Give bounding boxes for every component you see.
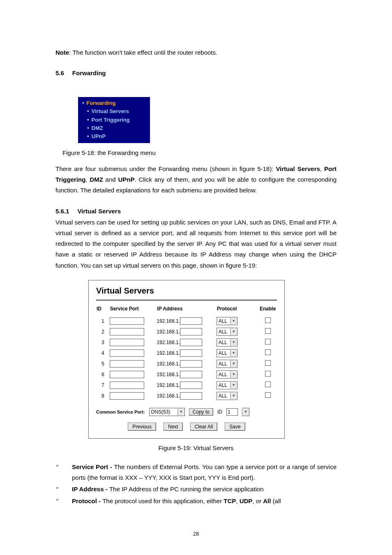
ip-input[interactable] [180,349,202,357]
enable-checkbox[interactable] [265,349,271,355]
service-port-input[interactable] [110,339,144,346]
ip-input[interactable] [180,360,202,368]
figure-5-19-caption: Figure 5-19: Virtual Servers [55,444,337,451]
table-row: 4192.168.1.ALL▼ [96,348,277,358]
protocol-select[interactable]: ALL▼ [217,317,238,325]
service-port-input[interactable] [110,317,144,325]
save-button[interactable]: Save [225,423,245,431]
bullet-icon: • [87,132,92,141]
chevron-down-icon: ▼ [230,361,237,367]
ip-prefix: 192.168.1. [157,350,180,356]
service-port-input[interactable] [110,371,144,378]
nav-label: Virtual Servers [92,107,129,116]
ip-input[interactable] [180,328,202,335]
chevron-down-icon: ▼ [178,409,184,415]
protocol-select[interactable]: ALL▼ [217,392,238,400]
chevron-down-icon: ▼ [230,371,237,378]
enable-checkbox[interactable] [265,328,271,334]
ip-input[interactable] [180,339,202,346]
ip-prefix: 192.168.1. [157,340,180,345]
nav-label: Forwarding [87,99,116,107]
protocol-select[interactable]: ALL▼ [217,360,238,368]
row-id: 2 [96,326,110,337]
bullet-ip-address: IP Address - The IP Address of the PC ru… [55,484,337,495]
header-id: ID [96,305,110,316]
header-service-port: Service Port [110,305,157,316]
ip-input[interactable] [180,317,202,325]
enable-checkbox[interactable] [265,382,271,387]
ip-prefix: 192.168.1. [157,393,180,399]
enable-checkbox[interactable] [265,317,271,323]
section-number: 5.6 [55,69,64,76]
virtual-servers-title: Virtual Servers [96,286,277,301]
nav-label: DMZ [92,124,103,132]
bullet-icon: • [87,124,92,132]
protocol-select[interactable]: ALL▼ [217,328,238,336]
nav-label: UPnP [92,132,106,141]
service-port-input[interactable] [110,392,144,400]
bullet-protocol: Protocol - The protocol used for this ap… [55,496,337,506]
header-ip-address: IP Address [157,305,216,316]
section-title: Forwarding [72,69,106,76]
nav-label: Port Triggering [92,116,130,124]
bullet-icon: • [87,107,92,116]
copy-to-button[interactable]: Copy to [189,408,213,416]
row-id: 4 [96,348,110,358]
chevron-down-icon: ▼ [230,393,237,399]
note-label: Note [55,49,69,56]
ip-input[interactable] [180,382,202,389]
forwarding-menu-figure: • Forwarding • Virtual Servers • Port Tr… [78,97,150,143]
protocol-select[interactable]: ALL▼ [217,370,238,379]
enable-checkbox[interactable] [265,392,271,398]
ip-prefix: 192.168.1. [157,361,180,367]
previous-button[interactable]: Previous [128,423,156,431]
clear-all-button[interactable]: Clear All [190,423,218,431]
service-port-input[interactable] [110,349,144,357]
virtual-servers-intro-paragraph: Virtual servers can be used for setting … [55,217,337,271]
chevron-down-icon: ▼ [242,409,249,415]
bullet-icon: • [82,99,87,107]
service-port-input[interactable] [110,328,144,335]
enable-checkbox[interactable] [265,339,271,345]
ip-input[interactable] [180,371,202,378]
table-row: 7192.168.1.ALL▼ [96,380,277,391]
row-id: 6 [96,369,110,380]
figure-5-18-caption: Figure 5-18: the Forwarding menu [62,149,337,156]
chevron-down-icon: ▼ [230,350,237,356]
note-text: : The function won't take effect until t… [69,49,217,56]
ip-input[interactable] [180,392,202,400]
next-button[interactable]: Next [164,423,183,431]
page-number: 28 [0,531,392,537]
protocol-select[interactable]: ALL▼ [217,349,238,357]
service-port-input[interactable] [110,382,144,389]
common-service-port-label: Common Service Port: [96,409,145,414]
table-row: 3192.168.1.ALL▼ [96,337,277,348]
enable-checkbox[interactable] [265,360,271,366]
table-row: 5192.168.1.ALL▼ [96,358,277,369]
table-row: 1192.168.1.ALL▼ [96,316,277,326]
chevron-down-icon: ▼ [230,318,237,324]
ip-prefix: 192.168.1. [157,318,180,324]
virtual-servers-figure: Virtual Servers ID Service Port IP Addre… [88,280,285,439]
id-select[interactable]: ▼ [242,408,249,416]
nav-item-port-triggering: • Port Triggering [78,116,150,124]
chevron-down-icon: ▼ [230,339,237,346]
nav-item-dmz: • DMZ [78,124,150,132]
ip-prefix: 192.168.1. [157,382,180,388]
service-port-input[interactable] [110,360,144,368]
id-input[interactable] [226,408,238,416]
row-id: 5 [96,358,110,369]
protocol-select[interactable]: ALL▼ [217,338,238,347]
nav-item-virtual-servers: • Virtual Servers [78,107,150,116]
common-service-port-select[interactable]: DNS(53) ▼ [149,408,185,416]
forwarding-intro-paragraph: There are four submenus under the Forwar… [55,164,337,196]
row-id: 8 [96,391,110,401]
enable-checkbox[interactable] [265,371,271,377]
row-id: 3 [96,337,110,348]
row-id: 7 [96,380,110,391]
subsection-number: 5.6.1 [55,208,69,215]
protocol-select[interactable]: ALL▼ [217,381,238,389]
note-line: Note: The function won't take effect unt… [55,47,337,58]
chevron-down-icon: ▼ [230,382,237,388]
ip-prefix: 192.168.1. [157,329,180,335]
